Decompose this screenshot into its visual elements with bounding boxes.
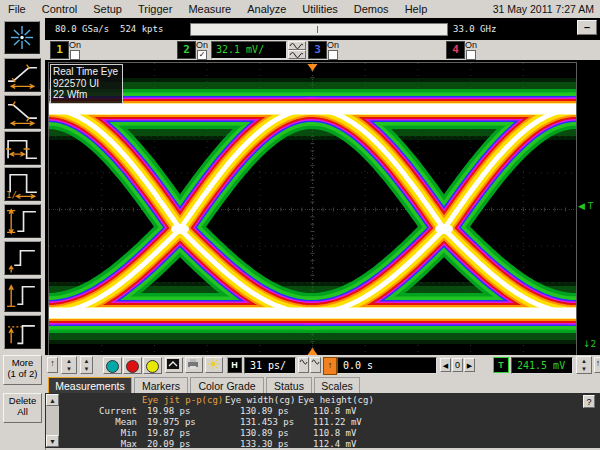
printer-icon <box>186 358 200 370</box>
delay-left-button[interactable]: ◀ <box>440 358 451 372</box>
rte-wfm-count: 22 Wfm <box>53 89 118 101</box>
menu-utilities[interactable]: Utilities <box>294 2 345 16</box>
trigger-delay-display[interactable]: 0.0 s <box>337 357 437 374</box>
rte-ui-count: 922570 UI <box>53 78 118 90</box>
spin-up-icon[interactable]: ▲ <box>62 357 76 365</box>
delay-zero-button[interactable]: 0 <box>452 358 463 372</box>
zoom-in-time-button[interactable] <box>310 357 321 373</box>
cell-current-jitter: 19.98 ps <box>147 406 190 416</box>
v-min-measure-button[interactable] <box>4 241 41 275</box>
pulse-width-icon <box>5 132 40 164</box>
spin-up-icon[interactable]: ▲ <box>577 357 591 365</box>
v-amplitude-measure-button[interactable] <box>4 278 41 312</box>
horizontal-setup-button[interactable]: H <box>227 357 242 373</box>
v-top-measure-button[interactable] <box>4 315 41 349</box>
cell-mean-height: 111.22 mV <box>313 417 362 427</box>
color-grade-teal-button[interactable] <box>103 357 122 374</box>
small-sine-icon <box>311 358 320 366</box>
col-header-eye-jitter: Eye jit p-p(cg) <box>142 395 223 405</box>
fall-time-icon <box>5 96 40 128</box>
eye-diagram-graticule[interactable] <box>48 62 577 357</box>
page-flip-icon <box>166 358 180 370</box>
delete-all-button[interactable]: Delete All <box>3 393 42 423</box>
tab-markers[interactable]: Markers <box>134 377 188 393</box>
slider-position-marker <box>317 26 318 33</box>
v-pp-measure-button[interactable] <box>4 204 41 238</box>
menu-file[interactable]: File <box>0 2 34 16</box>
oscilloscope-window: File Control Setup Trigger Measure Analy… <box>0 0 600 450</box>
sample-rate-readout: 80.0 GSa/s 524 kpts <box>55 24 163 34</box>
spin-down-icon[interactable]: ▼ <box>81 365 92 373</box>
menu-control[interactable]: Control <box>34 2 85 16</box>
screen-copy-button[interactable] <box>165 357 183 373</box>
sine-wave-icon <box>289 51 305 58</box>
menu-analyze[interactable]: Analyze <box>239 2 294 16</box>
cell-max-width: 133.30 ps <box>240 439 289 449</box>
tab-scales[interactable]: Scales <box>314 377 360 393</box>
channel-2-checkbox[interactable]: ✓ <box>197 50 207 60</box>
channel-2-scale-display[interactable]: 32.1 mV/ <box>211 41 287 59</box>
scroll-up-icon[interactable]: ▲ <box>46 394 59 406</box>
channel-4-button[interactable]: 4 <box>446 41 465 59</box>
tab-measurements[interactable]: Measurements <box>48 377 132 393</box>
brightness-button[interactable] <box>205 357 223 373</box>
channel-3-checkbox[interactable] <box>328 50 338 60</box>
trigger-level-display[interactable]: 241.5 mV <box>511 357 573 374</box>
horizontal-toolbar: ↑ ▲▼ ▲▼ H 31 ps/ ↑ 0.0 s ◀ 0 ▶ T 241.5 m… <box>45 355 600 376</box>
trigger-setup-button[interactable]: T <box>493 357 509 373</box>
spin-down-icon[interactable]: ▼ <box>577 365 591 373</box>
color-grade-yellow-button[interactable] <box>143 357 162 374</box>
delay-right-button[interactable]: ▶ <box>464 358 475 372</box>
scale-decrease-button[interactable] <box>288 50 306 59</box>
channel-4-checkbox[interactable] <box>466 50 476 60</box>
cell-mean-width: 131.453 ps <box>240 417 294 427</box>
waveform-display-area[interactable]: Real Time Eye 922570 UI 22 Wfm ◀ T ↓2 <box>45 60 600 355</box>
trigger-level-spinner[interactable]: ▲▼ <box>576 356 592 374</box>
more-measurements-button[interactable]: More (1 of 2) <box>3 355 42 385</box>
tab-color-grade[interactable]: Color Grade <box>190 377 264 393</box>
menu-help[interactable]: Help <box>397 2 436 16</box>
spin-up-icon[interactable]: ▲ <box>81 357 92 365</box>
menu-demos[interactable]: Demos <box>346 2 397 16</box>
minimize-button[interactable]: – <box>577 20 597 35</box>
bandwidth-readout: 33.0 GHz <box>453 24 496 34</box>
print-button[interactable] <box>185 357 203 373</box>
channel-2-offset-marker[interactable]: ↓2 <box>583 339 596 349</box>
starburst-logo-icon <box>5 22 39 53</box>
channel-2-button[interactable]: 2 <box>177 41 196 59</box>
frequency-measure-button[interactable]: 1/ <box>4 167 41 201</box>
menu-trigger[interactable]: Trigger <box>130 2 180 16</box>
channel-1-checkbox[interactable] <box>70 50 80 60</box>
pulse-width-measure-button[interactable] <box>4 131 41 165</box>
real-time-eye-info-box: Real Time Eye 922570 UI 22 Wfm <box>50 64 123 104</box>
menu-measure[interactable]: Measure <box>180 2 239 16</box>
expand-up-button[interactable]: ↑ <box>47 357 58 373</box>
menu-bar: File Control Setup Trigger Measure Analy… <box>0 0 600 18</box>
rte-mode-label: Real Time Eye <box>53 66 118 78</box>
agilent-logo-button[interactable] <box>4 21 40 54</box>
cell-min-width: 130.89 ps <box>240 428 289 438</box>
bandwidth-slider[interactable] <box>190 23 448 36</box>
help-button[interactable]: ? <box>583 395 595 408</box>
rise-time-icon <box>5 59 40 91</box>
timebase-display[interactable]: 31 ps/ <box>244 357 296 374</box>
channel-3-button[interactable]: 3 <box>308 41 327 59</box>
rise-time-measure-button[interactable] <box>4 58 41 92</box>
cell-max-height: 112.4 mV <box>313 439 356 449</box>
expand-up-button-right[interactable]: ↑ <box>594 357 600 373</box>
channel-1-button[interactable]: 1 <box>50 41 69 59</box>
yellow-circle-icon <box>146 360 159 373</box>
v-min-icon <box>5 242 40 274</box>
horizontal-spinner-fine[interactable]: ▲▼ <box>80 356 93 374</box>
fall-time-measure-button[interactable] <box>4 95 41 129</box>
horizontal-spinner-coarse[interactable]: ▲▼ <box>61 356 77 374</box>
tab-status[interactable]: Status <box>266 377 312 393</box>
color-grade-red-button[interactable] <box>123 357 142 374</box>
spin-down-icon[interactable]: ▼ <box>62 365 76 373</box>
svg-text:1/: 1/ <box>6 189 17 200</box>
zoom-out-time-button[interactable] <box>298 357 309 373</box>
scale-increase-button[interactable] <box>288 41 306 50</box>
trigger-level-marker[interactable]: ◀ T <box>578 201 593 211</box>
menu-setup[interactable]: Setup <box>85 2 130 16</box>
trigger-position-button[interactable]: ↑ <box>323 357 337 375</box>
